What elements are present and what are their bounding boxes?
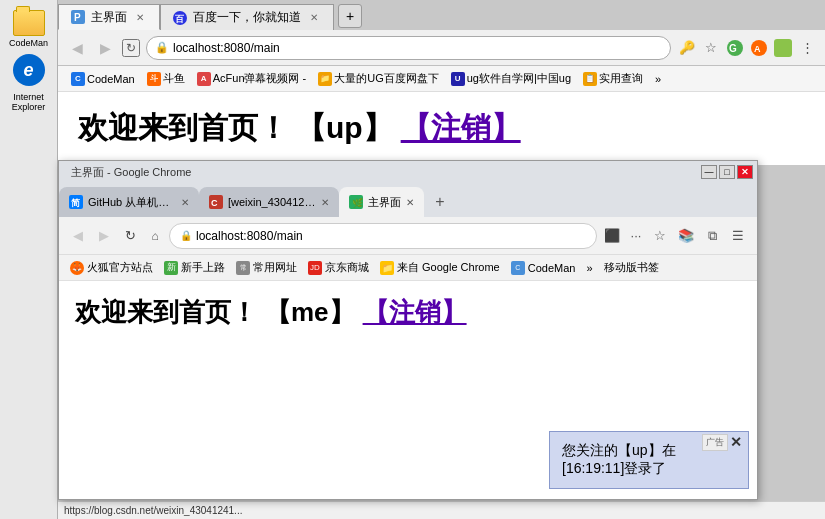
outer-refresh-btn[interactable]: ↻ xyxy=(122,39,140,57)
notif-ad-label: 广告 xyxy=(702,434,728,451)
bm-ug-label: ug软件自学网|中国ug xyxy=(467,71,571,86)
chrome-bm-fox-label: 火狐官方站点 xyxy=(87,260,153,275)
chrome-address-input[interactable]: 🔒 localhost:8080/main xyxy=(169,223,597,249)
outer-ext3-icon[interactable] xyxy=(773,38,793,58)
svg-rect-8 xyxy=(774,39,792,57)
outer-star-icon[interactable]: ☆ xyxy=(701,38,721,58)
chrome-tab-bar: 简 GitHub 从单机到联 ✕ C [weixin_43041241... ✕… xyxy=(59,183,757,217)
chrome-tab-weixin-close[interactable]: ✕ xyxy=(321,197,329,208)
chrome-welcome-text: 欢迎来到首页！ xyxy=(75,295,257,330)
inner-minimize-btn[interactable]: — xyxy=(701,165,717,179)
svg-text:简: 简 xyxy=(71,198,80,208)
outer-back-btn[interactable]: ◀ xyxy=(66,37,88,59)
chrome-tab-main[interactable]: 🌿 主界面 ✕ xyxy=(339,187,424,217)
inner-maximize-btn[interactable]: □ xyxy=(719,165,735,179)
bm-ug-icon: U xyxy=(451,72,465,86)
outer-bookmarks-bar: C CodeMan 斗 斗鱼 A AcFun弹幕视频网 - 📁 大量的UG百度网… xyxy=(58,66,825,92)
bm-ug[interactable]: U ug软件自学网|中国ug xyxy=(446,69,576,88)
chrome-tab-add[interactable]: + xyxy=(428,190,452,214)
chrome-tab-main-label: 主界面 xyxy=(368,195,401,210)
chrome-star-icon[interactable]: ☆ xyxy=(649,225,671,247)
chrome-dots-icon[interactable]: ··· xyxy=(625,225,647,247)
bm-acfun[interactable]: A AcFun弹幕视频网 - xyxy=(192,69,312,88)
chrome-forward-btn[interactable]: ▶ xyxy=(93,225,115,247)
chrome-refresh-btn[interactable]: ↻ xyxy=(119,225,141,247)
notif-close-btn[interactable]: ✕ xyxy=(730,434,742,450)
chrome-bm-mobile[interactable]: 移动版书签 xyxy=(599,258,664,277)
outer-key-icon[interactable]: 🔑 xyxy=(677,38,697,58)
bm-pan[interactable]: 📁 大量的UG百度网盘下 xyxy=(313,69,444,88)
chrome-bm-fox[interactable]: 🦊 火狐官方站点 xyxy=(65,258,158,277)
chrome-tab-github-icon: 简 xyxy=(69,195,83,209)
status-text: https://blog.csdn.net/weixin_43041241... xyxy=(64,505,242,516)
chrome-bm-mobile-label: 移动版书签 xyxy=(604,260,659,275)
chrome-bm-folder-label: 来自 Google Chrome xyxy=(397,260,500,275)
svg-text:A: A xyxy=(754,44,761,54)
chrome-tab-github-close[interactable]: ✕ xyxy=(181,197,189,208)
inner-titlebar: 主界面 - Google Chrome — □ ✕ xyxy=(59,161,757,183)
svg-text:P: P xyxy=(74,12,81,23)
chrome-tab-weixin-icon: C xyxy=(209,195,223,209)
chrome-tab-github[interactable]: 简 GitHub 从单机到联 ✕ xyxy=(59,187,199,217)
ie-label: InternetExplorer xyxy=(12,92,46,112)
chrome-bm-codeman-icon: C xyxy=(511,261,525,275)
chrome-welcome-row: 欢迎来到首页！ 【me】 【注销】 xyxy=(75,295,741,330)
outer-tab-main-close[interactable]: ✕ xyxy=(133,11,147,24)
outer-ext2-icon[interactable]: A xyxy=(749,38,769,58)
notification-popup: 广告 ✕ 您关注的【up】在[16:19:11]登录了 xyxy=(549,431,749,489)
chrome-bm-newhand-icon: 新 xyxy=(164,261,178,275)
chrome-lock-icon: 🔒 xyxy=(180,230,192,241)
inner-close-btn[interactable]: ✕ xyxy=(737,165,753,179)
chrome-bookmarks-icon[interactable]: 📚 xyxy=(675,225,697,247)
outer-logout-link[interactable]: 【注销】 xyxy=(401,108,521,149)
bm-query[interactable]: 📋 实用查询 xyxy=(578,69,648,88)
bm-acfun-label: AcFun弹幕视频网 - xyxy=(213,71,307,86)
chrome-bm-jd[interactable]: JD 京东商城 xyxy=(303,258,374,277)
outer-tab-baidu-close[interactable]: ✕ xyxy=(307,11,321,24)
bm-codeman-label: CodeMan xyxy=(87,73,135,85)
chrome-home-btn[interactable]: ⌂ xyxy=(145,226,165,246)
chrome-tab-main-close[interactable]: ✕ xyxy=(406,197,414,208)
outer-tab-main[interactable]: P 主界面 ✕ xyxy=(58,4,160,30)
bm-more[interactable]: » xyxy=(650,71,666,87)
chrome-bm-google-folder[interactable]: 📁 来自 Google Chrome xyxy=(375,258,505,277)
outer-lock-icon: 🔒 xyxy=(155,41,169,54)
sidebar-folder[interactable]: CodeMan xyxy=(7,8,50,50)
outer-tab-add[interactable]: + xyxy=(338,4,362,28)
inner-browser: 主界面 - Google Chrome — □ ✕ 简 GitHub 从单机到联… xyxy=(58,160,758,500)
chrome-page-content: 欢迎来到首页！ 【me】 【注销】 广告 ✕ 您关注的【up】在[16:19:1… xyxy=(59,281,757,499)
chrome-extensions-icon[interactable]: ⬛ xyxy=(601,225,623,247)
chrome-back-btn[interactable]: ◀ xyxy=(67,225,89,247)
outer-address-bar: ◀ ▶ ↻ 🔒 localhost:8080/main 🔑 ☆ G A ⋮ xyxy=(58,30,825,66)
outer-forward-btn[interactable]: ▶ xyxy=(94,37,116,59)
bm-codeman[interactable]: C CodeMan xyxy=(66,70,140,88)
svg-text:百: 百 xyxy=(175,14,185,24)
tab-favicon-baidu: 百 xyxy=(173,11,187,25)
chrome-bm-codeman-label: CodeMan xyxy=(528,262,576,274)
chrome-bm-jd-icon: JD xyxy=(308,261,322,275)
outer-ext1-icon[interactable]: G xyxy=(725,38,745,58)
chrome-bm-newhand[interactable]: 新 新手上路 xyxy=(159,258,230,277)
chrome-bm-common[interactable]: 常 常用网址 xyxy=(231,258,302,277)
outer-menu-icon[interactable]: ⋮ xyxy=(797,38,817,58)
chrome-bm-newhand-label: 新手上路 xyxy=(181,260,225,275)
chrome-copy-icon[interactable]: ⧉ xyxy=(701,225,723,247)
svg-text:G: G xyxy=(729,43,737,54)
outer-tab-baidu[interactable]: 百 百度一下，你就知道 ✕ xyxy=(160,4,334,30)
chrome-logout-link[interactable]: 【注销】 xyxy=(363,295,467,330)
outer-address-input[interactable]: 🔒 localhost:8080/main xyxy=(146,36,671,60)
bm-douyu[interactable]: 斗 斗鱼 xyxy=(142,69,190,88)
outer-tab-baidu-label: 百度一下，你就知道 xyxy=(193,9,301,26)
bm-query-label: 实用查询 xyxy=(599,71,643,86)
status-bar: https://blog.csdn.net/weixin_43041241... xyxy=(58,501,825,519)
chrome-address-bar: ◀ ▶ ↻ ⌂ 🔒 localhost:8080/main ⬛ ··· ☆ 📚 … xyxy=(59,217,757,255)
chrome-bm-jd-label: 京东商城 xyxy=(325,260,369,275)
ie-icon: e xyxy=(13,54,45,86)
chrome-tab-weixin[interactable]: C [weixin_43041241... ✕ xyxy=(199,187,339,217)
svg-text:C: C xyxy=(211,198,218,208)
chrome-bm-codeman[interactable]: C CodeMan xyxy=(506,259,581,277)
chrome-bm-common-label: 常用网址 xyxy=(253,260,297,275)
chrome-bm-folder-icon: 📁 xyxy=(380,261,394,275)
chrome-bm-more-btn[interactable]: » xyxy=(581,260,597,276)
chrome-more-icon[interactable]: ☰ xyxy=(727,225,749,247)
